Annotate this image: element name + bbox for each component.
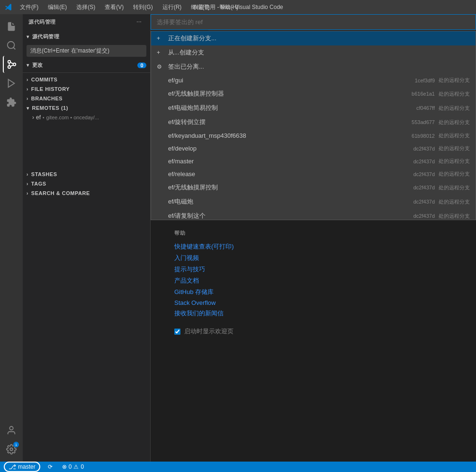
error-icon: ⊗ [62, 463, 67, 470]
dropdown-item-10[interactable]: ef/releasedc2f437d处的远程分支 [151, 168, 476, 180]
menu-run[interactable]: 运行(R) [159, 2, 186, 12]
dropdown-item-sublabel: 处的远程分支 [439, 198, 470, 205]
menu-view[interactable]: 查看(V) [101, 2, 127, 12]
commits-section[interactable]: › COMMITS [23, 75, 150, 84]
dropdown-item-hash: dc2f437d [413, 199, 435, 205]
svg-marker-8 [9, 80, 15, 88]
dropdown-item-name: ef/master [168, 158, 410, 165]
dropdown-item-hash: dc2f437d [413, 159, 435, 164]
dropdown-item-hash: dc2f437d [413, 185, 435, 190]
dropdown-item-hash: cf0467ff [416, 105, 435, 111]
menu-select[interactable]: 选择(S) [72, 2, 99, 12]
tags-chevron: › [27, 181, 28, 187]
dropdown-item-name: ef/电磁炮 [168, 197, 410, 206]
remote-ef-item[interactable]: › ef • gitee.com • onceday/... [23, 113, 150, 122]
status-branch-button[interactable]: ⎇ master [4, 462, 40, 472]
dropdown-item-4[interactable]: ef/无线触摸屏控制器b616e1a1处的远程分支 [151, 87, 476, 101]
tags-label: TAGS [31, 181, 46, 187]
dropdown-item-hash: dc2f437d [413, 213, 435, 219]
dropdown-item-8[interactable]: ef/developdc2f437d处的远程分支 [151, 142, 476, 155]
svg-line-6 [10, 62, 13, 64]
svg-point-9 [9, 427, 13, 430]
dropdown-item-12[interactable]: ef/电磁炮dc2f437d处的远程分支 [151, 195, 476, 209]
activity-source-control[interactable] [3, 56, 20, 73]
ref-search-input[interactable] [151, 14, 476, 30]
branches-section[interactable]: › BRANCHES [23, 94, 150, 103]
svg-line-7 [10, 65, 13, 66]
search-compare-chevron: › [27, 191, 28, 196]
vscode-logo-icon [5, 3, 12, 11]
activity-extensions[interactable] [3, 94, 20, 111]
dropdown-item-9[interactable]: ef/masterdc2f437d处的远程分支 [151, 155, 476, 168]
changes-label: 更改 [32, 62, 43, 69]
status-bar: ⎇ master ⟳ ⊗ 0 ⚠ 0 [0, 462, 476, 472]
dropdown-item-name: ef/请复制这个 [168, 212, 410, 220]
dropdown-item-sublabel: 处的远程分支 [439, 90, 470, 98]
dropdown-item-sublabel: 处的远程分支 [439, 119, 470, 126]
remotes-section[interactable]: ▾ REMOTES (1) [23, 103, 150, 113]
dropdown-item-2[interactable]: ⚙签出已分离... [151, 60, 476, 74]
source-control-label: 源代码管理 [32, 33, 60, 40]
dropdown-item-sublabel: 处的远程分支 [439, 132, 470, 139]
activity-debug[interactable] [3, 75, 20, 92]
svg-point-4 [13, 63, 16, 66]
file-history-section[interactable]: › FILE HISTORY [23, 84, 150, 94]
dropdown-item-hash: dc2f437d [413, 146, 435, 151]
activity-settings[interactable]: 1 [3, 441, 20, 458]
stashes-chevron: › [27, 172, 28, 177]
dropdown-item-hash: dc2f437d [413, 171, 435, 177]
dropdown-item-0[interactable]: +正在创建新分支... [151, 31, 476, 45]
main-layout: 1 源代码管理 ··· ▾ 源代码管理 消息(Ctrl+Enter 在'mast… [0, 14, 476, 462]
dropdown-item-11[interactable]: ef/无线触摸屏控制dc2f437d处的远程分支 [151, 180, 476, 195]
commits-label: COMMITS [31, 77, 57, 82]
dropdown-item-13[interactable]: ef/请复制这个dc2f437d处的远程分支 [151, 209, 476, 220]
remotes-chevron: ▾ [27, 106, 29, 111]
sidebar-header: 源代码管理 ··· [23, 14, 150, 29]
stashes-label: STASHES [31, 171, 57, 177]
settings-badge: 1 [13, 442, 19, 447]
dropdown-item-sublabel: 处的远程分支 [439, 170, 470, 178]
search-compare-label: SEARCH & COMPARE [31, 190, 90, 196]
activity-explorer[interactable] [3, 18, 20, 35]
changes-header[interactable]: ▾ 更改 0 [23, 60, 150, 71]
svg-point-0 [8, 42, 15, 49]
source-control-header[interactable]: ▾ 源代码管理 [23, 31, 150, 42]
sidebar: 源代码管理 ··· ▾ 源代码管理 消息(Ctrl+Enter 在'master… [23, 14, 151, 462]
dropdown-item-name: 正在创建新分支... [168, 34, 470, 43]
status-errors-button[interactable]: ⊗ 0 ⚠ 0 [60, 463, 86, 470]
dropdown-item-name: 签出已分离... [168, 62, 470, 71]
dropdown-item-6[interactable]: ef/旋转倒立摆553ad677处的远程分支 [151, 115, 476, 129]
file-history-chevron: › [27, 87, 28, 92]
remotes-label: REMOTES (1) [32, 105, 68, 111]
dropdown-item-name: ef/gui [168, 77, 411, 84]
commit-message-box[interactable]: 消息(Ctrl+Enter 在'master'提交) [27, 45, 146, 57]
sidebar-more-button[interactable]: ··· [134, 18, 144, 26]
tags-section[interactable]: › TAGS [23, 179, 150, 188]
sidebar-title: 源代码管理 [28, 18, 56, 26]
remote-sub: gitee.com • onceday/... [46, 115, 99, 120]
branch-icon: ⎇ [9, 463, 16, 471]
dropdown-item-1[interactable]: +从...创建分支 [151, 45, 476, 60]
dropdown-item-5[interactable]: ef/电磁炮简易控制cf0467ff处的远程分支 [151, 101, 476, 115]
warning-count: 0 [81, 463, 84, 470]
dropdown-item-3[interactable]: ef/gui1cef3df9处的远程分支 [151, 74, 476, 87]
editor-area: ⟩_ 欢迎使用 × Visua 编辑进化 启动 新建文件 打开文件夹… 最近 [151, 14, 476, 462]
dropdown-item-sublabel: 处的远程分支 [439, 105, 470, 112]
search-compare-section[interactable]: › SEARCH & COMPARE [23, 188, 150, 198]
menu-edit[interactable]: 编辑(E) [44, 2, 71, 12]
stashes-section[interactable]: › STASHES [23, 169, 150, 179]
dropdown-item-name: 从...创建分支 [168, 48, 470, 57]
dropdown-item-name: ef/keyanduart_msp430f6638 [168, 132, 408, 139]
status-sync-button[interactable]: ⟳ [46, 463, 54, 470]
activity-search[interactable] [3, 37, 20, 54]
activity-accounts[interactable] [3, 422, 20, 439]
svg-point-2 [8, 61, 11, 63]
menu-file[interactable]: 文件(F) [16, 2, 42, 12]
dropdown-overlay: +正在创建新分支...+从...创建分支⚙签出已分离...ef/gui1cef3… [151, 14, 476, 462]
dropdown-item-icon: + [157, 49, 164, 56]
dropdown-item-7[interactable]: ef/keyanduart_msp430f663861b98012处的远程分支 [151, 129, 476, 142]
file-history-label: FILE HISTORY [31, 86, 70, 92]
dropdown-item-name: ef/release [168, 170, 410, 178]
dropdown-item-name: ef/无线触摸屏控制 [168, 183, 410, 192]
menu-goto[interactable]: 转到(G) [129, 2, 156, 12]
